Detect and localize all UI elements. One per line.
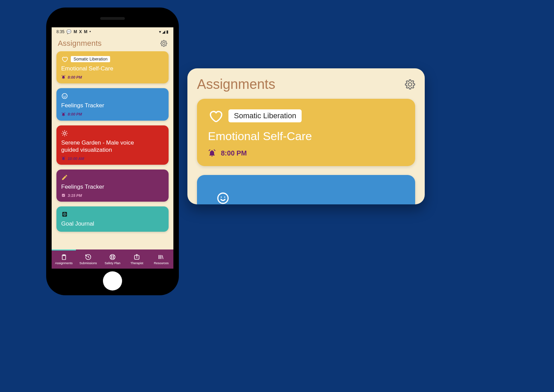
page-title: Assignments [58, 39, 102, 48]
battery-icon: ▮ [166, 29, 169, 34]
pencil-icon [61, 174, 68, 181]
assignment-title: Emotional Self-Care [61, 65, 164, 72]
nav-safety-plan[interactable]: Safety Plan [100, 254, 124, 265]
books-icon [158, 254, 164, 260]
assignment-title: Serene Garden - Male voice guided visual… [61, 139, 150, 154]
sun-icon [61, 130, 68, 137]
bell-icon [208, 149, 216, 157]
assignment-time: 8:00 PM [68, 112, 82, 116]
assignment-card[interactable]: Somatic Liberation Emotional Self-Care 8… [56, 51, 169, 83]
globe-icon [61, 211, 68, 218]
assignment-card[interactable]: Serene Garden - Male voice guided visual… [56, 125, 169, 165]
assignment-title: Goal Journal [61, 220, 164, 227]
nav-therapist[interactable]: Therapist [125, 254, 149, 265]
nav-label: Submissions [79, 261, 97, 265]
detail-header: Assignments [197, 77, 415, 92]
page-header: Assignments [52, 36, 173, 51]
signal-icon: ◢ [162, 29, 165, 34]
settings-icon[interactable] [405, 79, 415, 90]
detail-title: Assignments [197, 77, 275, 92]
nav-label: Safety Plan [105, 261, 120, 265]
dot-icon: • [89, 29, 91, 34]
id-badge-icon [133, 254, 140, 260]
status-bar: 8:35 💬 M X M • ▾ ◢ ▮ [52, 27, 173, 36]
assignment-title: Emotional Self-Care [208, 130, 404, 143]
clipboard-icon [61, 254, 67, 260]
assignment-title: Feelings Tracker [61, 183, 164, 190]
assignment-title: Feelings Tracker [61, 102, 164, 109]
check-icon [61, 193, 66, 198]
settings-icon[interactable] [160, 40, 167, 47]
x-icon: X [79, 29, 82, 34]
assignment-time: 10:00 AM [68, 157, 84, 161]
assignment-time: 3:15 PM [68, 193, 82, 198]
nav-label: Assignments [55, 261, 73, 265]
active-tab-indicator [52, 249, 76, 251]
gmail-icon: M [74, 29, 77, 34]
history-icon [85, 254, 92, 260]
assignments-list: Somatic Liberation Emotional Self-Care 8… [52, 51, 173, 249]
assignment-card[interactable]: Somatic Liberation Emotional Self-Care 8… [197, 99, 415, 166]
category-badge: Somatic Liberation [71, 56, 110, 62]
wifi-icon: ▾ [159, 29, 161, 34]
bell-icon [61, 75, 66, 79]
heart-icon [208, 108, 223, 123]
nav-label: Resources [154, 261, 169, 265]
status-time: 8:35 [56, 29, 64, 34]
smile-icon [61, 93, 68, 99]
assignment-card-partial[interactable] [197, 175, 415, 204]
assignment-card[interactable]: Goal Journal [56, 206, 169, 231]
lifebuoy-icon [109, 254, 116, 260]
assignment-card[interactable]: Feelings Tracker 8:00 PM [56, 88, 169, 120]
app-screen: 8:35 💬 M X M • ▾ ◢ ▮ Assignments Somatic [52, 27, 173, 269]
chat-icon: 💬 [66, 29, 71, 34]
nav-label: Therapist [130, 261, 143, 265]
assignment-card[interactable]: Feelings Tracker 3:15 PM [56, 170, 169, 202]
nav-assignments[interactable]: Assignments [52, 254, 76, 265]
assignment-time: 8:00 PM [221, 149, 247, 157]
gmail-icon-2: M [84, 29, 87, 34]
nav-resources[interactable]: Resources [149, 254, 173, 265]
phone-frame: 8:35 💬 M X M • ▾ ◢ ▮ Assignments Somatic [46, 8, 179, 295]
assignment-time: 8:00 PM [68, 75, 82, 79]
heart-icon [61, 56, 68, 63]
category-badge: Somatic Liberation [228, 109, 302, 122]
bell-icon [61, 156, 66, 161]
smile-icon [216, 191, 230, 204]
bell-icon [61, 112, 66, 117]
detail-panel: Assignments Somatic Liberation Emotional… [187, 68, 425, 204]
nav-submissions[interactable]: Submissions [76, 254, 100, 265]
home-button[interactable] [103, 271, 122, 290]
bottom-nav: Assignments Submissions Safety Plan Ther… [52, 249, 173, 269]
phone-speaker [100, 17, 125, 20]
